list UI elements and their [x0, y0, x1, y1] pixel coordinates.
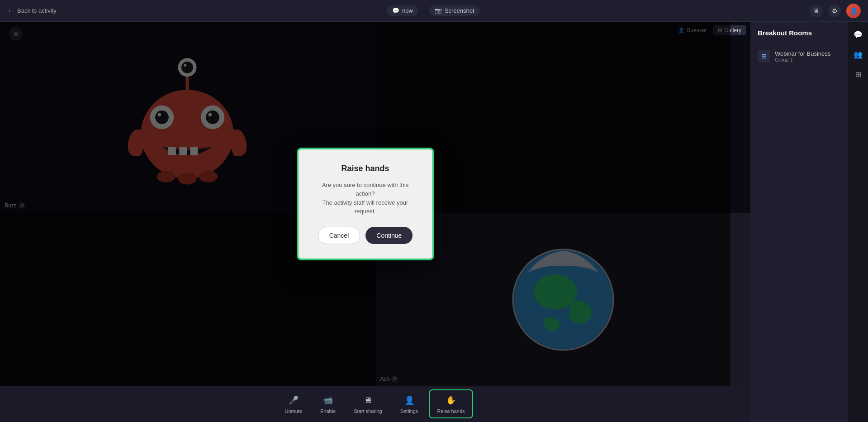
modal-title: Raise hands: [313, 164, 418, 173]
now-label: now: [402, 7, 413, 14]
screenshot-icon: 📷: [435, 7, 442, 14]
enable-button[interactable]: 📹 Enable: [313, 390, 343, 417]
back-arrow-icon: ←: [7, 7, 14, 15]
top-bar: ← Back to activity 💬 now 📷 Screenshot 🖥 …: [0, 0, 868, 22]
settings-toolbar-button[interactable]: 👤 Settings: [393, 390, 426, 417]
modal-message-line1: Are you sure to continue with this actio…: [322, 182, 409, 197]
start-sharing-label: Start sharing: [354, 408, 382, 414]
unmute-button[interactable]: 🎤 Unmute: [277, 390, 309, 417]
raise-hands-modal: Raise hands Are you sure to continue wit…: [298, 149, 433, 259]
modal-message: Are you sure to continue with this actio…: [313, 181, 418, 216]
monitor-icon-btn[interactable]: 🖥: [810, 5, 823, 17]
settings-label: Settings: [400, 408, 418, 414]
raise-hands-icon: ✋: [445, 394, 457, 407]
chat-action-icon[interactable]: 💬: [850, 26, 866, 43]
modal-overlay: Raise hands Are you sure to continue wit…: [0, 22, 730, 386]
users-action-icon[interactable]: 👥: [850, 46, 866, 62]
screenshot-label: Screenshot: [445, 7, 474, 14]
raise-hands-label: Raise hands: [437, 408, 465, 414]
modal-message-line2: The activity staff will receive your req…: [323, 199, 408, 215]
start-sharing-button[interactable]: 🖥 Start sharing: [346, 390, 389, 417]
raise-hands-button[interactable]: ✋ Raise hands: [429, 389, 473, 418]
grid-action-icon[interactable]: ⊞: [850, 66, 866, 82]
settings-icon-btn[interactable]: ⚙: [828, 5, 841, 17]
room-info: Webinar for Business Group 1: [775, 50, 830, 62]
enable-icon: 📹: [322, 394, 334, 407]
toolbar: 🎤 Unmute 📹 Enable 🖥 Start sharing 👤 Sett…: [0, 386, 750, 422]
back-label: Back to activity: [17, 7, 57, 14]
continue-button[interactable]: Continue: [365, 227, 413, 244]
enable-label: Enable: [320, 408, 336, 414]
top-bar-center: 💬 now 📷 Screenshot: [57, 5, 810, 16]
breakout-header: Breakout Rooms: [750, 22, 850, 44]
unmute-label: Unmute: [285, 408, 302, 414]
settings-toolbar-icon: 👤: [403, 394, 416, 407]
monitor-icon: 🖥: [813, 7, 820, 14]
room-icon: ⊞: [758, 50, 770, 62]
chat-icon: 💬: [392, 7, 399, 14]
screenshot-button[interactable]: 📷 Screenshot: [429, 5, 480, 16]
modal-buttons: Cancel Continue: [313, 227, 418, 244]
room-subtitle: Group 1: [775, 57, 830, 62]
breakout-panel: Breakout Rooms ⊞ Webinar for Business Gr…: [750, 22, 850, 422]
now-button[interactable]: 💬 now: [387, 5, 418, 16]
room-title: Webinar for Business: [775, 50, 830, 57]
unmute-icon: 🎤: [287, 394, 300, 407]
user-avatar[interactable]: 👤: [846, 4, 861, 18]
gear-icon: ⚙: [832, 7, 838, 14]
back-to-activity-button[interactable]: ← Back to activity: [7, 7, 57, 15]
breakout-room-item[interactable]: ⊞ Webinar for Business Group 1: [750, 44, 850, 68]
cancel-button[interactable]: Cancel: [318, 227, 360, 244]
breakout-title: Breakout Rooms: [758, 29, 812, 37]
start-sharing-icon: 🖥: [361, 394, 374, 407]
top-bar-right: 🖥 ⚙ 👤: [810, 4, 861, 18]
right-action-icons: 💬 👥 ⊞: [848, 22, 868, 422]
